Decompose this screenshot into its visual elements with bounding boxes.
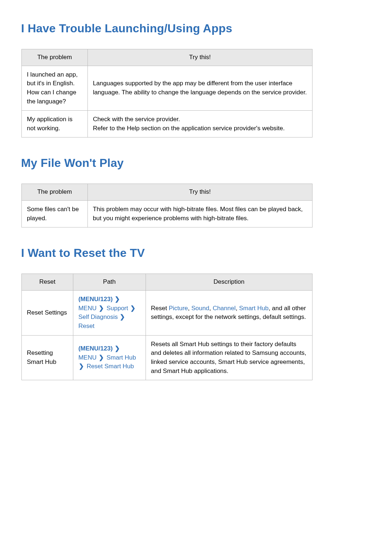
table-reset-header-row: Reset Path Description (22, 274, 313, 291)
path-step: MENU (78, 354, 97, 361)
header-cell-reset: Reset (22, 274, 73, 291)
path-step: Reset Smart Hub (87, 363, 134, 370)
table-apps-row-1: I launched an app, but it's in English. … (22, 66, 313, 111)
cell-reset-r1-desc: Reset Picture, Sound, Channel, Smart Hub… (146, 291, 312, 336)
path-step: Reset (78, 323, 94, 329)
header-cell-path: Path (73, 274, 146, 291)
table-apps-header-row: The problem Try this! (22, 49, 313, 66)
path-step: MENU (78, 305, 97, 312)
path-button-name: (MENU/123) (78, 345, 113, 352)
table-reset-row-2: Resetting Smart Hub (MENU/123) ❯ MENU ❯ … (22, 335, 313, 380)
cell-reset-r1-name: Reset Settings (22, 291, 73, 336)
cell-apps-r2-try-line1: Check with the service provider. (93, 115, 307, 124)
section-file-title: My File Won't Play (21, 156, 370, 170)
chevron-right-icon: ❯ (99, 304, 104, 313)
header-cell-file-try: Try this! (87, 184, 312, 201)
desc-comma: , (209, 305, 212, 312)
chevron-right-icon: ❯ (115, 344, 120, 353)
table-file-row-1: Some files can't be played. This problem… (22, 201, 313, 227)
header-cell-problem: The problem (22, 49, 88, 66)
path-step: Self Diagnosis (78, 313, 118, 320)
cell-apps-r2-try: Check with the service provider. Refer t… (87, 111, 312, 138)
chevron-right-icon: ❯ (115, 295, 120, 304)
chevron-right-icon: ❯ (79, 362, 84, 371)
path-step: Support (106, 305, 128, 312)
section-reset-title: I Want to Reset the TV (21, 246, 370, 260)
desc-comma: , (236, 305, 239, 312)
cell-apps-r2-problem: My application is not working. (22, 111, 88, 138)
cell-apps-r1-problem: I launched an app, but it's in English. … (22, 66, 88, 111)
chevron-right-icon: ❯ (120, 313, 125, 322)
table-apps-row-2: My application is not working. Check wit… (22, 111, 313, 138)
cell-file-r1-try: This problem may occur with high-bitrate… (87, 201, 312, 227)
cell-reset-r1-path: (MENU/123) ❯ MENU ❯ Support ❯ Self Diagn… (73, 291, 146, 336)
chevron-right-icon: ❯ (130, 304, 135, 313)
header-cell-file-problem: The problem (22, 184, 88, 201)
highlight-picture: Picture (169, 305, 188, 312)
table-file: The problem Try this! Some files can't b… (21, 184, 313, 227)
table-reset-row-1: Reset Settings (MENU/123) ❯ MENU ❯ Suppo… (22, 291, 313, 336)
path-button-name: (MENU/123) (78, 296, 113, 303)
section-apps-title: I Have Trouble Launching/Using Apps (21, 22, 370, 35)
chevron-right-icon: ❯ (99, 353, 104, 362)
highlight-smarthub: Smart Hub (239, 305, 269, 312)
highlight-channel: Channel (213, 305, 236, 312)
cell-reset-r2-path: (MENU/123) ❯ MENU ❯ Smart Hub ❯ Reset Sm… (73, 335, 146, 380)
header-cell-desc: Description (146, 274, 312, 291)
desc-text: Reset (151, 305, 169, 312)
desc-comma: , (188, 305, 191, 312)
table-apps: The problem Try this! I launched an app,… (21, 49, 313, 138)
table-file-header-row: The problem Try this! (22, 184, 313, 201)
cell-apps-r1-try: Languages supported by the app may be di… (87, 66, 312, 111)
table-reset: Reset Path Description Reset Settings (M… (21, 274, 313, 380)
header-cell-try: Try this! (87, 49, 312, 66)
cell-apps-r2-try-line2: Refer to the Help section on the applica… (93, 124, 307, 133)
highlight-sound: Sound (191, 305, 209, 312)
path-step: Smart Hub (106, 354, 136, 361)
cell-reset-r2-name: Resetting Smart Hub (22, 335, 73, 380)
cell-file-r1-problem: Some files can't be played. (22, 201, 88, 227)
cell-reset-r2-desc: Resets all Smart Hub settings to their f… (146, 335, 312, 380)
